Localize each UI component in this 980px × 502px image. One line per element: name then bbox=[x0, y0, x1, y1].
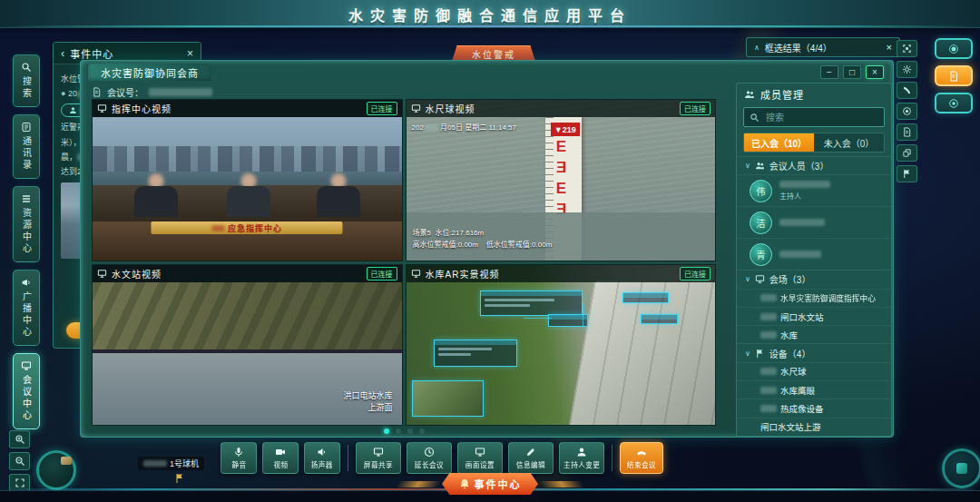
speaker-button[interactable]: 扬声器 bbox=[304, 442, 340, 474]
person-silhouette bbox=[130, 173, 182, 219]
change-host-button[interactable]: 主持人变更 bbox=[559, 442, 604, 474]
share-button[interactable] bbox=[897, 144, 917, 162]
ar-tag[interactable] bbox=[434, 340, 517, 367]
map-camera-marker[interactable]: 1号球机 bbox=[138, 457, 204, 487]
room-row[interactable]: 水库 bbox=[737, 325, 891, 343]
bottom-right-widget[interactable] bbox=[942, 448, 980, 488]
pagination-dot[interactable] bbox=[396, 428, 401, 434]
zoom-in-icon bbox=[15, 434, 25, 445]
close-icon[interactable]: × bbox=[887, 42, 892, 53]
member-row[interactable]: 青 bbox=[737, 238, 891, 270]
people-icon bbox=[755, 161, 765, 171]
video-button[interactable]: 视频 bbox=[262, 442, 299, 474]
pagination-dot[interactable] bbox=[419, 428, 425, 434]
device-row[interactable]: 水库鹰眼 bbox=[737, 380, 891, 399]
member-row[interactable]: 洁 bbox=[737, 206, 891, 238]
video3-overlay-line1: 洪口电站水库 bbox=[343, 389, 392, 401]
close-icon[interactable]: × bbox=[187, 47, 193, 60]
maximize-button[interactable]: □ bbox=[843, 65, 861, 79]
section-people[interactable]: ∨ 会议人员（3） bbox=[737, 156, 891, 174]
settings-button[interactable] bbox=[897, 61, 917, 78]
sidebar-item-broadcast[interactable]: 广播中心 bbox=[13, 270, 40, 346]
back-icon[interactable]: ‹ bbox=[61, 46, 64, 60]
ar-tag[interactable] bbox=[622, 292, 669, 303]
extend-meeting-button[interactable]: 延长会议 bbox=[407, 442, 452, 474]
video-tile-hydrology-station[interactable]: 洪口电站水库 上游面 水文站视频 已连接 bbox=[92, 264, 403, 427]
display-settings-icon bbox=[475, 447, 485, 458]
map-compass-button[interactable] bbox=[36, 450, 76, 490]
event-panel-title: 事件中心 bbox=[70, 46, 113, 61]
pagination-dot[interactable] bbox=[407, 428, 413, 434]
member-role: 主持人 bbox=[779, 191, 830, 201]
chevron-up-icon[interactable]: ∧ bbox=[754, 44, 760, 52]
sidebar-item-contacts[interactable]: 通讯录 bbox=[13, 114, 40, 179]
video-tile-command-center[interactable]: 应急指挥中心 指挥中心视频 已连接 bbox=[92, 99, 403, 261]
video-tile-reservoir-ar[interactable]: 水库AR实景视频 已连接 bbox=[406, 264, 717, 427]
close-window-button[interactable]: × bbox=[866, 65, 884, 79]
phone-icon bbox=[902, 85, 912, 95]
right-dock bbox=[935, 38, 973, 113]
dock-button-top[interactable] bbox=[935, 38, 973, 59]
search-icon bbox=[21, 62, 32, 73]
screen-share-button[interactable]: 屏幕共享 bbox=[356, 442, 401, 474]
section-label: 会议人员（3） bbox=[769, 159, 829, 172]
meeting-number-row: 会议号： bbox=[92, 83, 212, 101]
mute-button[interactable]: 静音 bbox=[220, 442, 257, 474]
device-row[interactable]: 水尺球 bbox=[737, 362, 891, 380]
sidebar-item-label: 会议中心 bbox=[20, 375, 34, 422]
command-center-plaque: 应急指挥中心 bbox=[152, 221, 343, 234]
connection-status-badge: 已连接 bbox=[367, 267, 397, 281]
search-input[interactable] bbox=[764, 112, 878, 123]
pagination-dot[interactable] bbox=[384, 428, 389, 434]
minimize-button[interactable]: − bbox=[820, 65, 838, 79]
ar-tag[interactable] bbox=[641, 314, 678, 324]
video-tile-header: 水尺球视频 已连接 bbox=[407, 100, 716, 117]
flag-button[interactable] bbox=[897, 165, 917, 182]
connection-status-badge: 已连接 bbox=[680, 267, 710, 281]
copy-icon bbox=[902, 148, 912, 158]
tab-not-joined[interactable]: 未入会（0） bbox=[814, 133, 884, 152]
room-row[interactable]: 闸口水文站 bbox=[737, 307, 891, 325]
display-settings-button[interactable]: 画面设置 bbox=[457, 442, 503, 474]
sidebar-item-search[interactable]: 搜索 bbox=[13, 54, 40, 107]
frame-select-button[interactable] bbox=[897, 40, 917, 57]
conference-title-tab: 水灾害防御协同会商 bbox=[88, 64, 211, 81]
section-devices[interactable]: ∨ 设备（4） bbox=[737, 343, 891, 361]
dock-button-active[interactable] bbox=[935, 65, 973, 86]
zoom-in-button[interactable] bbox=[9, 430, 30, 448]
video-title: 指挥中心视频 bbox=[112, 102, 172, 115]
video-title: 水库AR实景视频 bbox=[426, 267, 500, 281]
sidebar-item-meeting-center[interactable]: 会议中心 bbox=[13, 353, 40, 429]
person-silhouette bbox=[312, 173, 365, 219]
app-stage: 水灾害防御融合通信应用平台 搜索 通讯录 资源中心 广播中心 会议中心 ‹ 事件… bbox=[0, 0, 980, 502]
speaker-icon bbox=[317, 447, 328, 458]
event-center-button[interactable]: 事件中心 bbox=[442, 473, 538, 495]
meeting-number-label: 会议号： bbox=[107, 85, 143, 99]
resource-list-icon bbox=[21, 193, 32, 204]
member-row-host[interactable]: 伟 主持人 bbox=[737, 174, 891, 206]
zoom-out-button[interactable] bbox=[9, 452, 30, 470]
end-meeting-button[interactable]: 结束会议 bbox=[620, 442, 663, 474]
call-button[interactable] bbox=[897, 82, 917, 99]
record-button[interactable] bbox=[897, 103, 917, 120]
video-tile-header: 水文站视频 已连接 bbox=[93, 265, 402, 282]
video-tile-water-gauge[interactable]: 202 月05日 星期二 11:14:57 ▼219 E E E E 场景5 水… bbox=[406, 99, 717, 261]
ar-tag[interactable] bbox=[480, 290, 582, 316]
info-edit-button[interactable]: 信息编辑 bbox=[508, 442, 554, 474]
clock-icon bbox=[424, 447, 435, 458]
event-center-label: 事件中心 bbox=[475, 477, 522, 491]
tab-joined[interactable]: 已入会（10） bbox=[744, 133, 814, 152]
section-rooms[interactable]: ∨ 会场（3） bbox=[737, 270, 891, 288]
screen-small-icon bbox=[97, 103, 107, 113]
ar-inset-view[interactable] bbox=[412, 380, 483, 418]
event-text-fragment: 米）， bbox=[61, 138, 82, 147]
dock-button-bottom[interactable] bbox=[935, 93, 973, 113]
device-row[interactable]: 闸口水文站上游 bbox=[737, 418, 891, 436]
device-row[interactable]: 热成像设备 bbox=[737, 399, 891, 417]
sidebar-item-label: 广播中心 bbox=[20, 291, 34, 339]
member-manage-icon bbox=[744, 89, 755, 100]
room-row[interactable]: 水旱灾害防御调度指挥中心 bbox=[737, 289, 891, 307]
sidebar-item-resources[interactable]: 资源中心 bbox=[13, 186, 40, 262]
contacts-icon bbox=[21, 122, 32, 133]
document-button[interactable] bbox=[897, 123, 917, 141]
